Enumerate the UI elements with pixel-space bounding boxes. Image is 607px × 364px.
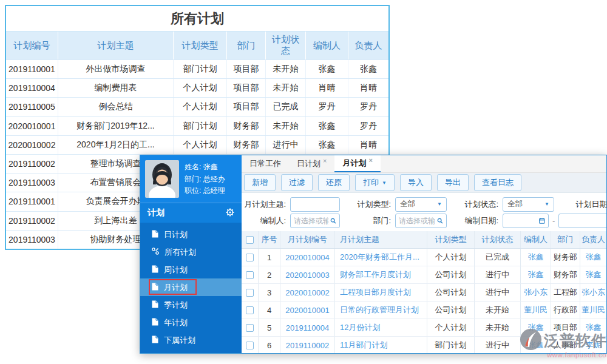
- toolbar-button[interactable]: 导出 ▼: [437, 174, 469, 191]
- tab[interactable]: 日计划 ×: [289, 155, 334, 172]
- row-checkbox[interactable]: [246, 342, 254, 349]
- page-title: 所有计划: [6, 6, 388, 32]
- plan-topic-cell: 编制费用表: [58, 79, 174, 97]
- plan-id-link[interactable]: 2019110002: [280, 337, 335, 354]
- compile-date-start-input[interactable]: [503, 214, 549, 228]
- close-icon[interactable]: ×: [368, 157, 372, 164]
- plan-id-link[interactable]: 2019110004: [280, 319, 335, 336]
- toolbar-button[interactable]: 导入 ▼: [400, 174, 432, 191]
- row-checkbox[interactable]: [246, 271, 254, 279]
- sidebar-menu-item-label: 年计划: [164, 317, 188, 328]
- compiler-filter-label: 编制人:: [242, 215, 290, 226]
- plan-id-cell: 2019110002: [6, 212, 58, 230]
- plan-dept-cell: 项目部: [227, 79, 266, 97]
- monthly-plan-table: 序号月计划编号月计划主题计划类型计划状态编制人部门负责人 1 202001000…: [242, 231, 606, 354]
- plan-type-cell: 个人计划: [427, 249, 475, 266]
- sidebar-menu-item[interactable]: 月计划: [140, 278, 242, 296]
- sidebar-menu-item[interactable]: 所有计划: [140, 243, 242, 261]
- type-select[interactable]: 全部 ▼: [395, 197, 447, 212]
- row-number-cell: 1: [259, 249, 280, 266]
- compile-date-end-input[interactable]: [558, 214, 607, 228]
- sidebar-menu-item[interactable]: 年计划: [140, 314, 242, 331]
- row-select-cell: [242, 302, 259, 318]
- sidebar-section-title: 计划: [148, 207, 164, 218]
- subject-input[interactable]: [290, 197, 340, 212]
- plan-compiler-link[interactable]: 张鑫: [521, 319, 551, 336]
- row-checkbox[interactable]: [246, 324, 254, 332]
- sidebar-menu-item[interactable]: 周计划: [140, 261, 242, 278]
- plan-owner-link[interactable]: 董川民: [580, 302, 606, 318]
- plan-topic-cell: 财务部门2019年12...: [58, 117, 174, 135]
- close-icon[interactable]: ×: [323, 157, 327, 164]
- plan-owner-link[interactable]: 张小东: [580, 284, 606, 301]
- table-row: 2020010002 2020年1月2日的工... 个人计划 财务部 进行中 张…: [6, 135, 388, 154]
- profile-department: 部门: 总经办: [185, 174, 225, 184]
- toolbar-button[interactable]: 过滤 ▼: [281, 174, 313, 191]
- row-number-cell: 4: [259, 302, 280, 318]
- plan-topic-link[interactable]: 日常的行政管理月计划: [335, 302, 427, 318]
- type-filter-label: 计划类型:: [348, 199, 395, 210]
- tab-label: 月计划: [342, 158, 366, 169]
- plan-compiler-link[interactable]: 张小东: [521, 284, 551, 301]
- plan-owner-link[interactable]: 张鑫: [580, 319, 606, 336]
- compiler-input-field[interactable]: [294, 217, 328, 225]
- toolbar-button[interactable]: 还原 ▼: [318, 174, 350, 191]
- plan-id-cell: 2019110003: [6, 231, 58, 249]
- sidebar-menu-item[interactable]: 日计划: [140, 226, 242, 243]
- plan-owner-cell: 肖晴: [348, 136, 388, 154]
- row-checkbox[interactable]: [246, 254, 254, 261]
- user-profile: 姓名: 张鑫 部门: 总经办 职位: 总经理: [140, 155, 242, 203]
- table-row: 2019110005 例会总结 个人计划 项目部 已完成 罗丹 罗丹: [6, 97, 388, 116]
- toolbar-button[interactable]: 打印 ▼: [355, 174, 395, 191]
- tab[interactable]: 日常工作 ×: [242, 155, 289, 172]
- document-icon: [152, 230, 158, 240]
- plan-id-link[interactable]: 2020010004: [280, 249, 335, 266]
- toolbar-button[interactable]: 查看日志 ▼: [474, 174, 521, 191]
- toolbar-button[interactable]: 新增 ▼: [244, 174, 276, 191]
- plan-id-cell: 2020010002: [6, 136, 58, 154]
- toolbar-button-label: 导出: [445, 177, 461, 188]
- sidebar-menu-item[interactable]: 季计划: [140, 296, 242, 314]
- search-icon: [330, 217, 336, 224]
- sidebar: 姓名: 张鑫 部门: 总经办 职位: 总经理 计划: [140, 155, 242, 353]
- plan-id-link[interactable]: 2020010003: [280, 266, 335, 283]
- sidebar-section-plan: 计划: [140, 203, 242, 223]
- status-select-value: 全部: [507, 199, 523, 209]
- document-icon: [152, 300, 158, 310]
- plan-compiler-link[interactable]: 张鑫: [521, 266, 551, 283]
- plan-topic-cell: 例会总结: [58, 98, 174, 116]
- plan-topic-link[interactable]: 2020年财务部工作月...: [335, 249, 427, 266]
- plan-id-link[interactable]: 2020010001: [280, 302, 335, 318]
- plan-owner-link[interactable]: 李妮: [580, 337, 606, 354]
- plan-id-cell: 2019110001: [6, 60, 58, 78]
- row-number-cell: 6: [259, 337, 280, 354]
- tab[interactable]: 月计划 ×: [334, 155, 380, 172]
- compile-date-start-field[interactable]: [506, 217, 537, 225]
- plan-owner-link[interactable]: 张鑫: [580, 266, 606, 283]
- plan-topic-link[interactable]: 12月份计划: [335, 319, 427, 336]
- plan-topic-link[interactable]: 工程项目部月度计划: [335, 284, 427, 301]
- sidebar-menu-item[interactable]: 下属计划: [140, 331, 242, 349]
- plan-topic-link[interactable]: 财务部工作月度计划: [335, 266, 427, 283]
- plan-id-link[interactable]: 2020010002: [280, 284, 335, 301]
- plan-compiler-link[interactable]: 董川民: [521, 302, 551, 318]
- row-checkbox[interactable]: [246, 289, 254, 297]
- compiler-input[interactable]: [290, 214, 340, 228]
- row-checkbox[interactable]: [246, 306, 254, 314]
- dept-input-field[interactable]: [399, 217, 435, 225]
- select-all-checkbox[interactable]: [246, 236, 254, 244]
- plan-type-cell: 个人计划: [427, 319, 475, 336]
- plan-type-cell: 个人计划: [174, 98, 227, 116]
- plan-owner-link[interactable]: 张鑫: [580, 249, 606, 266]
- plan-owner-cell: 肖晴: [348, 79, 388, 97]
- plan-compiler-link[interactable]: 张鑫: [521, 337, 551, 354]
- dept-input[interactable]: [395, 214, 447, 228]
- status-select[interactable]: 全部 ▼: [503, 197, 554, 212]
- plan-compiler-link[interactable]: 张鑫: [521, 249, 551, 266]
- gear-icon[interactable]: [226, 208, 234, 218]
- toolbar-button-label: 新增: [252, 177, 268, 188]
- plan-topic-link[interactable]: 11月部门计划: [335, 337, 427, 354]
- bg-column-header: 计划主题: [58, 32, 174, 59]
- plan-type-cell: 部门计划: [174, 117, 227, 135]
- table-row: 2019110001 外出做市场调查 部门计划 项目部 未开始 张鑫 张鑫: [6, 59, 388, 78]
